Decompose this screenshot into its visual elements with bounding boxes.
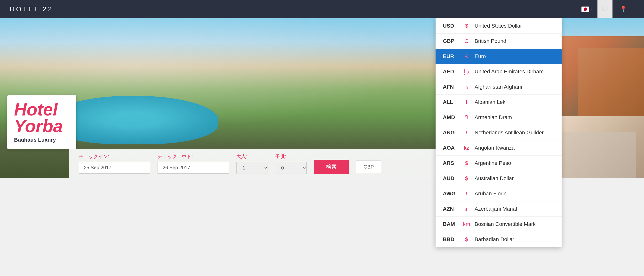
currency-symbol-afn: ؋ [463,84,470,90]
right-image-bottom [562,116,644,178]
currency-symbol-ars: $ [463,160,470,166]
currency-item-gbp[interactable]: GBP £ British Pound [436,34,562,49]
currency-name-ang: Netherlands Antillean Guilder [474,130,554,136]
flag-chevron-icon: ▾ [591,7,592,11]
currency-name-awg: Aruban Florin [474,191,554,197]
currency-item-bbd[interactable]: BBD $ Barbadian Dollar [436,232,562,247]
header-right-controls: ▾ L ▾ 📍 [576,0,634,18]
right-image-top [562,36,644,116]
currency-dropdown: USD $ United States Dollar GBP £ British… [436,18,562,247]
currency-code-bam: BAM [443,221,458,227]
language-selector-button[interactable]: L ▾ [598,0,612,18]
currency-symbol-aoa: kz [463,145,470,151]
currency-symbol-bam: km [463,221,470,227]
children-select[interactable]: 0 1 2 3 [275,162,306,174]
currency-symbol-aed: د.إ [463,68,470,75]
currency-item-aoa[interactable]: AOA kz Angolan Kwanza [436,140,562,156]
currency-symbol-eur: € [463,53,470,59]
currency-code-ang: ANG [443,130,458,136]
header: HOTEL 22 ▾ L ▾ 📍 [0,0,644,18]
currency-code-awg: AWG [443,191,458,197]
adults-select[interactable]: 1 2 3 4 [236,162,268,174]
currency-code-all: ALL [443,99,458,105]
right-image-panel [562,36,644,178]
currency-name-ars: Argentine Peso [474,160,554,166]
currency-symbol-gbp: £ [463,38,470,44]
currency-name-aoa: Angolan Kwanza [474,145,554,151]
currency-code-bbd: BBD [443,236,458,243]
currency-item-afn[interactable]: AFN ؋ Afghanistan Afghani [436,79,562,95]
currency-code-gbp: GBP [443,38,458,44]
currency-item-aed[interactable]: AED د.إ United Arab Emirates Dirham [436,64,562,79]
building-top [578,48,644,116]
currency-code-aed: AED [443,68,458,75]
currency-symbol-usd: $ [463,23,470,29]
adults-label: 大人: [236,153,268,160]
currency-name-gbp: British Pound [474,38,554,44]
location-button[interactable]: 📍 [612,3,634,15]
currency-symbol-ang: ƒ [463,130,470,136]
currency-code-azn: AZN [443,206,458,212]
currency-name-usd: United States Dollar [474,23,554,29]
checkin-label: チェックイン: [79,153,150,160]
currency-symbol-amd: ֏ [463,114,470,121]
currency-code-afn: AFN [443,84,458,90]
checkout-label: チェックアウト: [158,153,229,160]
currency-code-eur: EUR [443,53,458,59]
site-logo: HOTEL 22 [10,5,53,13]
adults-field: 大人: 1 2 3 4 [236,153,268,174]
gbp-button[interactable]: GBP [356,161,381,173]
currency-item-awg[interactable]: AWG ƒ Aruban Florin [436,186,562,201]
children-field: 子供: 0 1 2 3 [275,153,306,174]
currency-code-ars: ARS [443,160,458,166]
building-bottom [562,132,636,178]
currency-symbol-awg: ƒ [463,191,470,197]
currency-name-afn: Afghanistan Afghani [474,84,554,90]
currency-item-ars[interactable]: ARS $ Argentine Peso [436,156,562,171]
currency-name-all: Albanian Lek [474,99,554,105]
checkout-input[interactable] [158,162,229,174]
checkin-field: チェックイン: [79,153,150,174]
hotel-subtitle: Bauhaus Luxury [14,137,70,143]
currency-item-ang[interactable]: ANG ƒ Netherlands Antillean Guilder [436,125,562,140]
currency-symbol-aud: $ [463,175,470,182]
checkout-field: チェックアウト: [158,153,229,174]
currency-item-all[interactable]: ALL l Albanian Lek [436,95,562,110]
hotel-name-line2: Yorba [14,116,63,136]
children-label: 子供: [275,153,306,160]
currency-item-amd[interactable]: AMD ֏ Armenian Dram [436,110,562,125]
currency-name-azn: Azerbaijani Manat [474,206,554,212]
currency-item-aud[interactable]: AUD $ Australian Dollar [436,171,562,186]
lang-label: L [602,6,605,12]
currency-name-eur: Euro [474,53,554,59]
checkin-input[interactable] [79,162,150,174]
currency-item-bam[interactable]: BAM km Bosnian Convertible Mark [436,217,562,232]
currency-code-aud: AUD [443,175,458,182]
language-flag-button[interactable]: ▾ [576,4,598,14]
currency-name-aed: United Arab Emirates Dirham [474,68,554,75]
currency-item-usd[interactable]: USD $ United States Dollar [436,18,562,34]
currency-name-bam: Bosnian Convertible Mark [474,221,554,227]
hotel-info-card: Hotel Yorba Bauhaus Luxury [7,95,76,149]
currency-item-eur[interactable]: EUR € Euro [436,49,562,64]
location-icon: 📍 [620,6,627,12]
currency-name-aud: Australian Dollar [474,175,554,182]
currency-symbol-azn: ₼ [463,206,470,212]
currency-symbol-all: l [463,99,470,105]
currency-code-amd: AMD [443,114,458,121]
lang-chevron-icon: ▾ [606,7,608,11]
currency-name-bbd: Barbadian Dollar [474,236,554,243]
currency-code-aoa: AOA [443,145,458,151]
japan-flag-icon [582,6,589,12]
search-button[interactable]: 検索 [314,160,349,174]
currency-item-azn[interactable]: AZN ₼ Azerbaijani Manat [436,201,562,217]
currency-symbol-bbd: $ [463,236,470,243]
currency-code-usd: USD [443,23,458,29]
hotel-name: Hotel Yorba [14,101,70,134]
currency-name-amd: Armenian Dram [474,114,554,121]
